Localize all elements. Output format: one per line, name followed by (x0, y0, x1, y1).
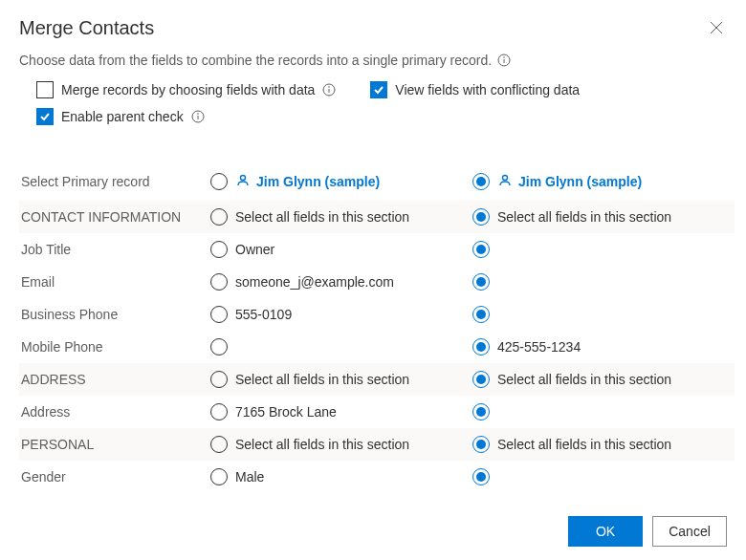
field-radio-2[interactable] (472, 338, 490, 355)
section-header: PERSONAL Select all fields in this secti… (19, 428, 735, 461)
select-all-radio-1[interactable] (210, 371, 228, 388)
field-radio-2[interactable] (472, 403, 490, 420)
primary-record-label: Select Primary record (19, 174, 210, 189)
field-label: Mobile Phone (19, 339, 210, 355)
field-label: Business Phone (19, 307, 210, 322)
select-all-radio-1[interactable] (210, 208, 228, 226)
enable-parent-checkbox[interactable]: Enable parent check (36, 108, 205, 125)
record-1-radio[interactable] (210, 173, 228, 190)
field-text-1: 7165 Brock Lane (235, 404, 337, 420)
field-radio-1[interactable] (210, 306, 228, 323)
record-name-text: Jim Glynn (sample) (256, 174, 380, 189)
select-all-label: Select all fields in this section (235, 372, 409, 387)
field-text-1: 555-0109 (235, 307, 292, 322)
section-title: ADDRESS (19, 372, 210, 387)
record-1-cell: Jim Glynn (sample) (210, 173, 472, 191)
section-select-all-2: Select all fields in this section (472, 208, 735, 226)
field-label: Email (19, 274, 210, 290)
select-all-radio-2[interactable] (472, 436, 490, 453)
primary-record-row: Select Primary record Jim Glynn (sample)… (19, 162, 735, 201)
dialog-header: Merge Contacts (19, 17, 727, 53)
section-select-all-1: Select all fields in this section (210, 371, 472, 388)
section-select-all-2: Select all fields in this section (472, 371, 735, 388)
ok-button[interactable]: OK (568, 516, 643, 547)
field-radio-1[interactable] (210, 273, 228, 291)
dialog-subtext: Choose data from the fields to combine t… (19, 53, 727, 68)
field-row: Job Title Owner (19, 233, 735, 266)
options-row-1: Merge records by choosing fields with da… (19, 81, 727, 98)
checkbox-icon (36, 81, 54, 98)
info-icon[interactable] (191, 110, 205, 123)
select-all-radio-2[interactable] (472, 371, 490, 388)
svg-point-7 (329, 86, 331, 88)
field-value-1: someone_j@example.com (210, 273, 472, 291)
field-radio-2[interactable] (472, 468, 490, 485)
select-all-label: Select all fields in this section (235, 209, 409, 225)
field-text-1: Male (235, 469, 264, 485)
field-value-1 (210, 338, 472, 355)
field-radio-2[interactable] (472, 306, 490, 323)
field-radio-2[interactable] (472, 273, 490, 291)
svg-point-12 (503, 175, 508, 180)
select-all-radio-2[interactable] (472, 208, 490, 226)
field-value-2 (472, 241, 735, 258)
field-value-1: 7165 Brock Lane (210, 403, 472, 420)
select-all-radio-1[interactable] (210, 436, 228, 453)
field-value-1: Male (210, 468, 472, 485)
field-value-2 (472, 273, 735, 291)
field-radio-1[interactable] (210, 338, 228, 355)
field-radio-1[interactable] (210, 403, 228, 420)
contact-icon (235, 173, 251, 191)
info-icon[interactable] (497, 54, 511, 67)
options-row-2: Enable parent check (19, 108, 727, 125)
record-1-link[interactable]: Jim Glynn (sample) (235, 173, 380, 191)
field-text-1: someone_j@example.com (235, 274, 394, 290)
field-row: Address 7165 Brock Lane (19, 396, 735, 428)
field-radio-1[interactable] (210, 241, 228, 258)
section-header: CONTACT INFORMATION Select all fields in… (19, 201, 735, 233)
merge-contacts-dialog: Merge Contacts Choose data from the fiel… (0, 0, 746, 560)
dialog-title: Merge Contacts (19, 17, 154, 39)
field-text-2: 425-555-1234 (497, 339, 581, 355)
select-all-label: Select all fields in this section (497, 437, 671, 452)
field-label: Address (19, 404, 210, 420)
field-row: Email someone_j@example.com (19, 266, 735, 298)
checkbox-label: View fields with conflicting data (395, 82, 580, 97)
subtext-label: Choose data from the fields to combine t… (19, 53, 492, 68)
close-button[interactable] (706, 17, 727, 41)
record-name-text: Jim Glynn (sample) (518, 174, 642, 189)
fields-scroll-area[interactable]: Select Primary record Jim Glynn (sample)… (19, 162, 735, 489)
select-all-label: Select all fields in this section (497, 372, 671, 387)
field-value-2 (472, 403, 735, 420)
info-icon[interactable] (322, 83, 336, 97)
field-row: Business Phone 555-0109 (19, 298, 735, 331)
field-label: Job Title (19, 242, 210, 257)
checkbox-label: Enable parent check (61, 109, 184, 124)
record-2-link[interactable]: Jim Glynn (sample) (497, 173, 642, 191)
record-2-radio[interactable] (472, 173, 490, 190)
svg-point-10 (197, 113, 199, 115)
field-value-2 (472, 468, 735, 485)
checkbox-icon (370, 81, 387, 98)
field-radio-2[interactable] (472, 241, 490, 258)
record-2-cell: Jim Glynn (sample) (472, 173, 735, 191)
view-conflicts-checkbox[interactable]: View fields with conflicting data (370, 81, 580, 98)
cancel-button[interactable]: Cancel (652, 516, 727, 547)
section-title: CONTACT INFORMATION (19, 209, 210, 225)
field-label: Gender (19, 469, 210, 485)
svg-point-4 (503, 56, 505, 58)
section-select-all-1: Select all fields in this section (210, 208, 472, 226)
section-select-all-1: Select all fields in this section (210, 436, 472, 453)
field-value-2: 425-555-1234 (472, 338, 735, 355)
select-all-label: Select all fields in this section (497, 209, 671, 225)
field-row: Mobile Phone 425-555-1234 (19, 331, 735, 363)
field-value-1: Owner (210, 241, 472, 258)
field-row: Gender Male (19, 461, 735, 489)
checkbox-label: Merge records by choosing fields with da… (61, 82, 315, 97)
merge-by-fields-checkbox[interactable]: Merge records by choosing fields with da… (36, 81, 336, 98)
field-radio-1[interactable] (210, 468, 228, 485)
field-value-2 (472, 306, 735, 323)
select-all-label: Select all fields in this section (235, 437, 409, 452)
svg-point-11 (241, 175, 246, 180)
section-header: ADDRESS Select all fields in this sectio… (19, 363, 735, 396)
